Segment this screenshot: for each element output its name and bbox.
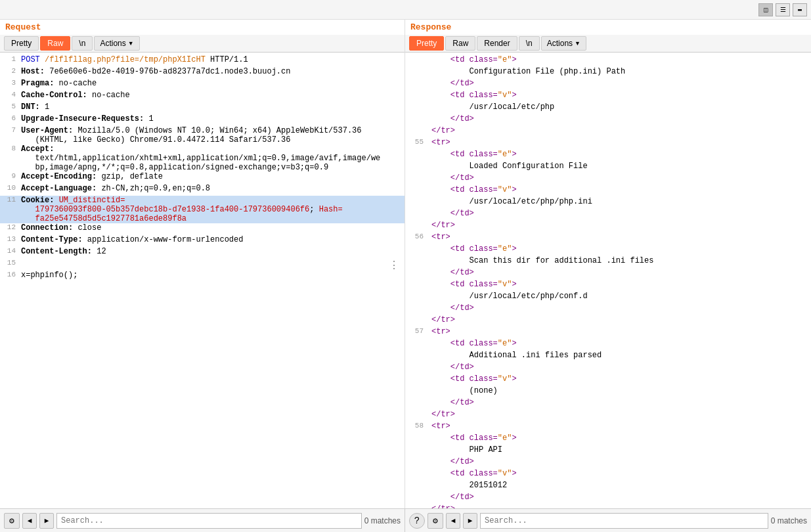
resp-line-55-3: </td>: [405, 173, 811, 185]
response-settings-icon[interactable]: ⚙: [427, 513, 443, 529]
resp-line-55-4: <td class="v">: [405, 185, 811, 197]
split-horizontal-icon[interactable]: ☰: [776, 3, 790, 16]
request-prev-button[interactable]: ◀: [22, 513, 37, 529]
request-code-area: 1 POST /flflfllag.php?file=/tmp/phpX1IcH…: [0, 53, 405, 508]
tab-response-raw[interactable]: Raw: [445, 36, 475, 51]
line-content-10: Accept-Language: zh-CN,zh;q=0.9,en;q=0.8: [21, 184, 402, 193]
line-num-12: 12: [3, 223, 21, 231]
line-content-2: Host: 7e6e60e6-bd2e-4019-976b-ad82377a7d…: [21, 67, 402, 76]
response-help-icon[interactable]: ?: [409, 513, 425, 529]
response-code-area: <td class="e"> Configuration File (php.i…: [405, 53, 811, 508]
request-actions-arrow: ▼: [128, 40, 134, 47]
request-tab-bar: Pretty Raw \n Actions ▼: [0, 35, 405, 53]
bottom-bar: ⚙ ◀ ▶ 0 matches ? ⚙ ◀ ▶ 0 matches: [0, 508, 811, 532]
request-line-7: 7 User-Agent: Mozilla/5.0 (Windows NT 10…: [0, 126, 405, 144]
line-num-14: 14: [3, 247, 21, 255]
request-line-8: 8 Accept: text/html,application/xhtml+xm…: [0, 144, 405, 172]
resp-line-u4: <td class="v">: [405, 91, 811, 102]
request-line-2: 2 Host: 7e6e60e6-bd2e-4019-976b-ad82377a…: [0, 67, 405, 79]
resp-line-56-1: <td class="e">: [405, 244, 811, 256]
request-line-4: 4 Cache-Control: no-cache: [0, 91, 405, 102]
request-matches-count: 0 matches: [364, 516, 401, 525]
resp-line-57-4: <td class="v">: [405, 374, 811, 386]
request-actions-dropdown[interactable]: Actions ▼: [94, 36, 139, 51]
resp-line-58-1: <td class="e">: [405, 433, 811, 445]
resp-line-56-4: <td class="v">: [405, 280, 811, 292]
resp-line-55-1: <td class="e">: [405, 150, 811, 162]
request-line-13: 13 Content-Type: application/x-www-form-…: [0, 235, 405, 247]
tab-response-n[interactable]: \n: [519, 36, 540, 51]
resp-line-u6: </td>: [405, 114, 811, 126]
request-panel: Request Pretty Raw \n Actions ▼ 1 POST /…: [0, 20, 405, 508]
tab-request-raw[interactable]: Raw: [40, 36, 70, 51]
line-num-13: 13: [3, 235, 21, 243]
request-search-input[interactable]: [56, 513, 362, 529]
response-actions-dropdown[interactable]: Actions ▼: [541, 36, 586, 51]
resp-line-57-3: </td>: [405, 363, 811, 374]
line-num-15: 15: [3, 259, 21, 267]
view-toggle-group: ◫ ☰ ▬: [758, 3, 807, 16]
tab-response-pretty[interactable]: Pretty: [409, 36, 444, 51]
line-content-14: Content-Length: 12: [21, 247, 402, 256]
line-num-11: 11: [3, 196, 21, 204]
line-num-2: 2: [3, 67, 21, 75]
request-line-15: 15 ⋮: [0, 259, 405, 271]
line-content-8: Accept: text/html,application/xhtml+xml,…: [21, 144, 402, 172]
request-line-11: 11 Cookie: UM_distinctid= 1797360093f800…: [0, 196, 405, 223]
response-actions-label: Actions: [547, 39, 573, 48]
resp-line-u1: <td class="e">: [405, 55, 811, 67]
line-num-16: 16: [3, 271, 21, 278]
line-content-6: Upgrade-Insecure-Requests: 1: [21, 114, 402, 123]
line-content-5: DNT: 1: [21, 102, 402, 112]
response-search-panel: ? ⚙ ◀ ▶ 0 matches: [405, 509, 811, 532]
single-pane-icon[interactable]: ▬: [793, 3, 807, 16]
line-content-9: Accept-Encoding: gzip, deflate: [21, 172, 402, 181]
line-num-7: 7: [3, 126, 21, 134]
resp-line-57-1: <td class="e">: [405, 339, 811, 351]
tab-request-pretty[interactable]: Pretty: [4, 36, 39, 51]
response-next-button[interactable]: ▶: [463, 513, 477, 529]
line-num-1: 1: [3, 55, 21, 63]
resp-line-55: 55 <tr>: [405, 138, 811, 150]
resp-line-55-7: </tr>: [405, 221, 811, 233]
resp-line-56-2: Scan this dir for additional .ini files: [405, 256, 811, 268]
resp-line-58: 58 <tr>: [405, 422, 811, 433]
line-num-10: 10: [3, 184, 21, 192]
request-settings-icon[interactable]: ⚙: [4, 513, 20, 529]
request-line-12: 12 Connection: close: [0, 223, 405, 235]
resp-line-58-5: 20151012: [405, 481, 811, 493]
split-vertical-icon[interactable]: ◫: [758, 3, 773, 16]
line-num-9: 9: [3, 172, 21, 180]
resp-line-57-5: (none): [405, 386, 811, 398]
response-actions-arrow: ▼: [575, 40, 581, 47]
response-search-input[interactable]: [480, 513, 768, 529]
response-prev-button[interactable]: ◀: [446, 513, 460, 529]
resp-line-u7: </tr>: [405, 126, 811, 138]
tab-request-n[interactable]: \n: [72, 36, 93, 51]
resp-line-u3: </td>: [405, 79, 811, 91]
resp-line-u2: Configuration File (php.ini) Path: [405, 67, 811, 79]
resp-line-56-3: </td>: [405, 268, 811, 280]
response-matches-count: 0 matches: [771, 516, 807, 525]
resp-line-57-6: </td>: [405, 398, 811, 410]
resp-line-58-6: </td>: [405, 493, 811, 504]
line-num-5: 5: [3, 102, 21, 110]
request-line-5: 5 DNT: 1: [0, 102, 405, 114]
line-content-4: Cache-Control: no-cache: [21, 91, 402, 100]
request-line-14: 14 Content-Length: 12: [0, 247, 405, 259]
resp-line-56-5: /usr/local/etc/php/conf.d: [405, 292, 811, 303]
request-actions-label: Actions: [100, 39, 125, 48]
request-header: Request: [0, 20, 405, 35]
more-options-icon[interactable]: ⋮: [389, 259, 399, 272]
resp-line-55-2: Loaded Configuration File: [405, 162, 811, 173]
tab-response-render[interactable]: Render: [477, 36, 517, 51]
resp-line-57: 57 <tr>: [405, 327, 811, 339]
line-num-6: 6: [3, 114, 21, 122]
request-search-panel: ⚙ ◀ ▶ 0 matches: [0, 509, 405, 532]
line-num-8: 8: [3, 144, 21, 152]
line-content-7: User-Agent: Mozilla/5.0 (Windows NT 10.0…: [21, 126, 402, 144]
request-next-button[interactable]: ▶: [39, 513, 54, 529]
line-content-13: Content-Type: application/x-www-form-url…: [21, 235, 402, 244]
resp-line-58-3: </td>: [405, 457, 811, 469]
response-panel: Response Pretty Raw Render \n Actions ▼ …: [405, 20, 811, 508]
